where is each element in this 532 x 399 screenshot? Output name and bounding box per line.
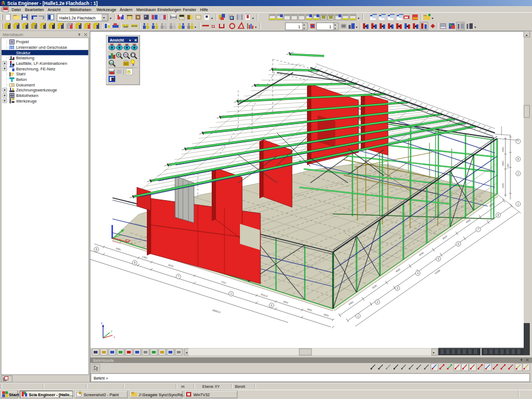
svg-text:Beton: Beton bbox=[16, 77, 27, 82]
svg-text:Struktur: Struktur bbox=[16, 50, 30, 55]
svg-text:▾: ▾ bbox=[103, 16, 105, 19]
svg-text:1000: 1000 bbox=[502, 147, 504, 152]
svg-text:▾: ▾ bbox=[357, 17, 359, 20]
svg-text:Screenshot2 - Paint: Screenshot2 - Paint bbox=[84, 392, 119, 397]
svg-text:▲: ▲ bbox=[525, 33, 528, 37]
svg-text:Start: Start bbox=[9, 392, 19, 397]
svg-text:▾: ▾ bbox=[211, 17, 213, 20]
svg-text:Stahl: Stahl bbox=[16, 71, 25, 76]
svg-text:Datei: Datei bbox=[12, 8, 21, 12]
svg-text:Ansicht: Ansicht bbox=[110, 38, 124, 42]
svg-text:Projekt: Projekt bbox=[16, 39, 29, 44]
svg-text:Bereit: Bereit bbox=[235, 385, 245, 388]
svg-text:3400: 3400 bbox=[502, 183, 504, 188]
svg-text:▾: ▾ bbox=[255, 25, 257, 29]
svg-text:▾: ▾ bbox=[252, 17, 254, 20]
svg-text:m: m bbox=[181, 385, 185, 388]
svg-text:Linienraster und Geschosse: Linienraster und Geschosse bbox=[16, 45, 67, 50]
svg-text:B: B bbox=[127, 69, 131, 75]
svg-text:Belastung: Belastung bbox=[16, 55, 34, 60]
svg-text:Menübaum: Menübaum bbox=[136, 8, 156, 12]
svg-text:Bibliotheken: Bibliotheken bbox=[70, 8, 91, 12]
svg-text:Lastfälle, LF-Kombinationen: Lastfälle, LF-Kombinationen bbox=[16, 61, 67, 66]
svg-text:✕: ✕ bbox=[134, 38, 137, 42]
svg-text:Werkzeuge: Werkzeuge bbox=[16, 99, 37, 104]
svg-text:▾: ▾ bbox=[474, 25, 476, 29]
svg-text:Halle1.2e Flachdach: Halle1.2e Flachdach bbox=[59, 16, 96, 21]
svg-text:11: 11 bbox=[211, 24, 216, 28]
svg-text:Einstellungen: Einstellungen bbox=[157, 8, 181, 12]
svg-text:Ändern: Ändern bbox=[120, 8, 132, 12]
svg-text:Ansicht: Ansicht bbox=[48, 8, 60, 12]
svg-text:1: 1 bbox=[298, 24, 300, 29]
svg-text:▾: ▾ bbox=[432, 17, 433, 20]
svg-text:Berechnung, FE-Netz: Berechnung, FE-Netz bbox=[16, 66, 55, 71]
svg-text:Scia Engineer - [Halle...: Scia Engineer - [Halle... bbox=[29, 392, 73, 397]
svg-text:Fenster: Fenster bbox=[183, 8, 197, 12]
svg-text:J:\Seagate Sync\SyncRe...: J:\Seagate Sync\SyncRe... bbox=[139, 392, 186, 397]
svg-text:Menübaum: Menübaum bbox=[3, 32, 23, 37]
svg-text:▾: ▾ bbox=[110, 17, 111, 20]
svg-text:Hilfe: Hilfe bbox=[200, 8, 208, 12]
svg-text:◂: ◂ bbox=[186, 351, 187, 354]
svg-text:Werkzeuge: Werkzeuge bbox=[96, 8, 116, 12]
svg-text:Befehl >: Befehl > bbox=[94, 376, 108, 380]
svg-text:▸: ▸ bbox=[433, 351, 435, 354]
svg-text:WinTV32: WinTV32 bbox=[193, 392, 210, 397]
svg-text:×: × bbox=[131, 242, 133, 245]
svg-text:Dokument: Dokument bbox=[16, 83, 35, 88]
svg-text:▾: ▾ bbox=[356, 25, 357, 29]
svg-text:Bearbeiten: Bearbeiten bbox=[25, 8, 44, 12]
svg-text:1: 1 bbox=[329, 24, 331, 29]
svg-text:7400: 7400 bbox=[507, 163, 509, 169]
svg-text:3000: 3000 bbox=[502, 161, 504, 166]
svg-text:Befehlszeile: Befehlszeile bbox=[93, 359, 114, 362]
svg-text:Bibliotheken: Bibliotheken bbox=[16, 93, 38, 98]
svg-text:▾: ▾ bbox=[195, 25, 196, 29]
svg-text:Ebene XY: Ebene XY bbox=[202, 385, 220, 388]
svg-text:Scia Engineer - [Halle1.2e Fla: Scia Engineer - [Halle1.2e Flachdach : 1… bbox=[7, 1, 98, 6]
svg-text:Zeichnungswerkzeuge: Zeichnungswerkzeuge bbox=[16, 88, 57, 93]
